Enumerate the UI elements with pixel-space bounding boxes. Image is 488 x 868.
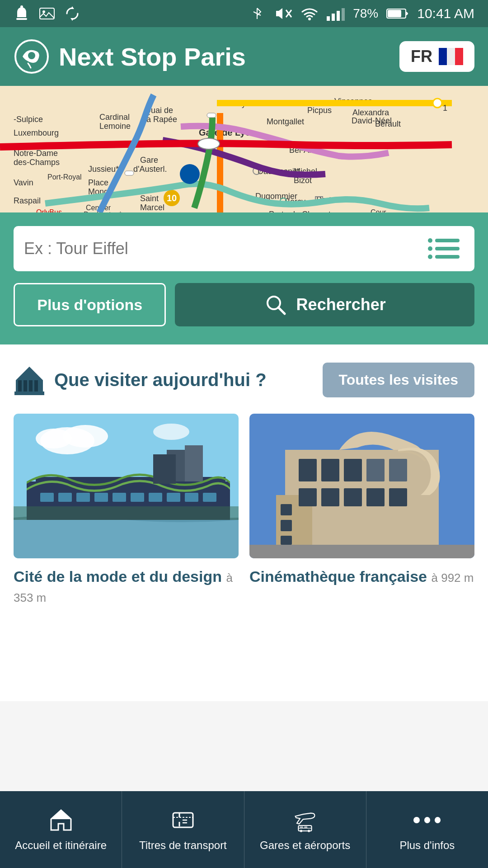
- svg-text:Marcel: Marcel: [140, 203, 164, 212]
- svg-text:Jussieu*: Jussieu*: [88, 165, 119, 174]
- search-input[interactable]: [24, 239, 423, 258]
- svg-rect-72: [207, 113, 216, 118]
- svg-point-3: [42, 10, 45, 13]
- svg-rect-108: [299, 459, 317, 481]
- list-menu-icon[interactable]: [423, 234, 464, 264]
- attraction-card-1[interactable]: Cité de la mode et du design à 353 m: [14, 414, 239, 606]
- home-icon: [47, 807, 75, 834]
- svg-text:Cardinal: Cardinal: [99, 113, 130, 122]
- search-actions: Plus d'options Rechercher: [14, 283, 474, 326]
- svg-rect-93: [76, 493, 90, 502]
- svg-marker-81: [16, 367, 43, 380]
- svg-point-16: [28, 52, 35, 59]
- svg-text:-Sulpice: -Sulpice: [14, 115, 43, 124]
- ticket-icon: [169, 807, 197, 834]
- svg-rect-102: [153, 454, 176, 484]
- svg-point-125: [308, 830, 310, 832]
- nav-home[interactable]: Accueil et itinéraire: [0, 791, 122, 868]
- svg-text:Luxembourg: Luxembourg: [14, 128, 59, 137]
- svg-text:Vavin: Vavin: [14, 178, 33, 187]
- more-icon: [413, 807, 441, 834]
- svg-rect-110: [344, 459, 362, 481]
- svg-rect-12: [342, 8, 345, 21]
- svg-line-75: [278, 307, 285, 314]
- bottom-navigation: Accueil et itinéraire Titres de transpor…: [0, 791, 488, 868]
- svg-rect-111: [299, 488, 317, 506]
- card-title-1: Cité de la mode et du design à 353 m: [14, 566, 239, 606]
- svg-point-1: [20, 5, 23, 8]
- signal-icon: [327, 6, 345, 21]
- nav-home-label: Accueil et itinéraire: [15, 838, 107, 852]
- svg-rect-9: [327, 16, 330, 21]
- nav-tickets[interactable]: Titres de transport: [122, 791, 244, 868]
- svg-rect-10: [332, 14, 335, 21]
- svg-rect-109: [321, 459, 339, 481]
- battery-text: 78%: [353, 6, 378, 21]
- museum-icon: [14, 364, 45, 396]
- status-bar: 78% 10:41 AM: [0, 0, 488, 27]
- nav-tickets-label: Titres de transport: [139, 838, 227, 852]
- svg-rect-112: [321, 488, 339, 506]
- search-section: Plus d'options Rechercher: [0, 212, 488, 344]
- svg-text:Raspail: Raspail: [14, 196, 41, 205]
- svg-rect-97: [149, 493, 162, 502]
- svg-text:Saint: Saint: [140, 194, 159, 203]
- sound-off-icon: [272, 6, 292, 21]
- section-header: Que visiter aujourd'hui ? Toutes les vis…: [14, 363, 474, 397]
- svg-rect-128: [304, 826, 307, 828]
- svg-rect-88: [14, 518, 239, 558]
- card-image-cité: [14, 414, 239, 558]
- svg-point-8: [308, 18, 311, 20]
- card-image-1: [14, 414, 239, 558]
- search-box[interactable]: [14, 226, 474, 271]
- svg-rect-113: [344, 488, 362, 506]
- nav-more-label: Plus d'infos: [399, 838, 455, 852]
- svg-rect-11: [337, 11, 340, 21]
- svg-rect-116: [366, 459, 385, 481]
- nav-stations-label: Gares et aéroports: [260, 838, 350, 852]
- svg-rect-96: [131, 493, 144, 502]
- battery-icon: [386, 7, 409, 20]
- svg-point-70: [198, 138, 220, 149]
- svg-rect-103: [185, 445, 203, 481]
- svg-text:10: 10: [167, 193, 177, 203]
- svg-text:Port-Royal: Port-Royal: [47, 173, 82, 181]
- svg-rect-78: [23, 380, 27, 392]
- svg-point-86: [36, 429, 72, 448]
- all-visits-button[interactable]: Toutes les visites: [323, 363, 474, 397]
- svg-rect-120: [281, 520, 292, 531]
- sync-icon: [64, 5, 80, 22]
- svg-point-69: [180, 164, 200, 184]
- french-flag: [439, 48, 463, 65]
- svg-rect-114: [366, 488, 385, 506]
- status-bar-left-icons: [14, 5, 80, 22]
- svg-rect-98: [167, 493, 180, 502]
- bluetooth-mute-icon: [250, 6, 264, 21]
- metro-map-image: -Sulpice Luxembourg Notre-Dame des-Champ…: [0, 86, 488, 212]
- svg-text:Notre-Dame: Notre-Dame: [14, 149, 58, 158]
- app-title: Next Stop Paris: [59, 42, 246, 71]
- svg-rect-100: [203, 493, 216, 502]
- svg-text:des-Champs: des-Champs: [14, 158, 60, 167]
- image-icon: [39, 5, 55, 22]
- search-button-label: Rechercher: [296, 295, 386, 314]
- nav-more[interactable]: Plus d'infos: [366, 791, 488, 868]
- svg-rect-77: [18, 380, 22, 392]
- nav-stations[interactable]: Gares et aéroports: [244, 791, 366, 868]
- svg-rect-127: [300, 826, 303, 828]
- language-code: FR: [411, 47, 432, 66]
- app-logo: [14, 38, 50, 75]
- svg-rect-118: [249, 545, 474, 558]
- svg-text:Picpus: Picpus: [307, 106, 332, 115]
- language-button[interactable]: FR: [399, 41, 474, 72]
- svg-text:1: 1: [443, 104, 447, 113]
- svg-rect-80: [34, 380, 38, 392]
- svg-rect-71: [125, 171, 134, 175]
- svg-rect-95: [113, 493, 126, 502]
- search-button[interactable]: Rechercher: [175, 283, 474, 326]
- more-options-button[interactable]: Plus d'options: [14, 283, 166, 326]
- svg-rect-99: [185, 493, 198, 502]
- metro-map-section[interactable]: -Sulpice Luxembourg Notre-Dame des-Champ…: [0, 86, 488, 212]
- svg-text:Bérault: Bérault: [375, 119, 401, 128]
- attraction-card-2[interactable]: Cinémathèque française à 992 m: [249, 414, 474, 606]
